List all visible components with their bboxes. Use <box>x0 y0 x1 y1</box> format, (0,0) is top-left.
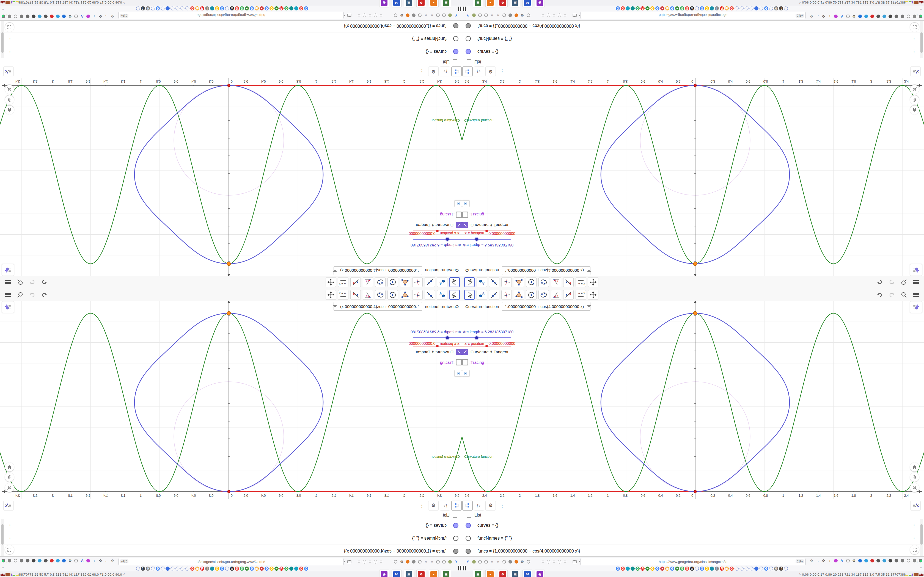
reload-icon[interactable]: ⟳ <box>98 558 103 563</box>
monitor-app-icon[interactable]: ▤ <box>510 0 520 7</box>
algebra-scrollbar[interactable] <box>920 519 923 556</box>
floppy-app-icon[interactable]: 64 <box>522 0 532 7</box>
circle-icon[interactable] <box>471 559 476 564</box>
yandex-favicon[interactable]: Я <box>200 6 204 11</box>
folder-icon[interactable] <box>347 13 352 18</box>
tool-polygon[interactable] <box>514 290 524 300</box>
info-favicon[interactable]: i <box>715 567 719 571</box>
redo-arc-icon[interactable]: ∩ <box>496 13 501 18</box>
site-favicon[interactable] <box>769 6 773 11</box>
yandex-favicon[interactable]: Я <box>720 6 724 11</box>
geogebra-favicon[interactable]: ∿ <box>645 6 649 11</box>
record-icon[interactable] <box>869 14 874 19</box>
curvature-tangent-checkbox[interactable]: ✓ <box>456 222 462 228</box>
globe-icon[interactable] <box>436 13 441 18</box>
google-favicon[interactable]: G <box>240 567 244 571</box>
redo-arc-icon[interactable]: ∩ <box>489 559 494 564</box>
search-icon[interactable] <box>16 278 24 287</box>
algebra-scrollbar[interactable] <box>1 519 4 556</box>
site-favicon[interactable] <box>735 6 739 11</box>
swirl-favicon[interactable] <box>710 567 714 571</box>
gear-favicon[interactable]: ⚙ <box>774 6 778 11</box>
zoom-in-button[interactable] <box>910 472 919 482</box>
tool-line[interactable] <box>489 290 499 300</box>
trash-icon[interactable] <box>44 558 48 563</box>
google-favicon[interactable]: G <box>655 6 659 11</box>
oval-icon[interactable] <box>845 558 850 563</box>
row-more-icon[interactable]: ⋮ <box>8 536 12 541</box>
algebra-row[interactable]: funcs = {1.000000000000 + cos(4.00000000… <box>462 545 924 558</box>
paint-icon[interactable] <box>833 14 838 19</box>
tree-view-button[interactable] <box>451 67 462 77</box>
curvature-tangent-checkbox[interactable]: ✓ <box>462 222 468 228</box>
collapse-icon[interactable]: – <box>453 513 457 517</box>
dot-favicon[interactable] <box>626 567 630 571</box>
swirl-favicon[interactable] <box>710 6 714 11</box>
tree-view-button[interactable] <box>462 501 473 511</box>
gear-icon[interactable]: ⚙ <box>68 558 73 563</box>
firefox-icon[interactable] <box>405 13 410 18</box>
arc-length-slider-knob[interactable] <box>446 238 449 241</box>
dot-favicon[interactable] <box>631 6 635 11</box>
stylebar-more-icon[interactable]: ⋮ <box>500 503 505 509</box>
dot-favicon[interactable] <box>166 6 170 11</box>
zoom-level-badge[interactable]: 81% <box>120 559 128 563</box>
fullscreen-button[interactable] <box>910 23 919 32</box>
video-dl-icon[interactable] <box>864 14 869 19</box>
visibility-marble[interactable] <box>453 549 459 554</box>
collapse-chevron-icon[interactable]: ^ <box>2 566 4 570</box>
oval-icon[interactable] <box>74 558 79 563</box>
view-switcher-button[interactable] <box>3 67 14 77</box>
circle-icon[interactable] <box>471 13 476 18</box>
translate-icon[interactable]: A <box>839 558 844 563</box>
f-favicon[interactable]: f <box>779 567 783 571</box>
tool-point[interactable]: A <box>477 277 487 287</box>
oval-icon[interactable] <box>845 14 850 19</box>
tool-angle[interactable]: α <box>551 277 561 287</box>
redo-arc-icon[interactable]: ∩ <box>496 559 501 564</box>
yandex-favicon[interactable]: Я <box>279 6 284 11</box>
forward-icon[interactable]: → <box>815 558 820 563</box>
firefox-icon[interactable] <box>405 559 410 564</box>
google-favicon[interactable]: G <box>764 567 768 571</box>
tree-view-button[interactable] <box>451 501 462 511</box>
tool-perpendicular-line[interactable] <box>412 290 423 300</box>
image-favicon[interactable]: ▣ <box>665 6 669 11</box>
star-icon[interactable]: ☆ <box>809 558 814 563</box>
tool-slider[interactable]: a = 2 <box>338 290 349 300</box>
undo-icon[interactable] <box>40 278 48 287</box>
dot-favicon[interactable] <box>626 6 630 11</box>
wikipedia-favicon[interactable]: W <box>230 6 234 11</box>
google-favicon[interactable]: G <box>650 6 654 11</box>
zoom-out-button[interactable] <box>5 85 14 94</box>
firefox-icon[interactable] <box>514 13 519 18</box>
image-favicon[interactable]: ▣ <box>255 6 259 11</box>
row-more-icon[interactable]: ⋮ <box>8 523 12 528</box>
wrench-icon[interactable] <box>411 559 416 564</box>
party-icon[interactable]: Y <box>454 559 459 564</box>
download-icon[interactable]: ↓ <box>827 558 832 563</box>
site-favicon[interactable] <box>784 6 788 11</box>
menu-icon[interactable] <box>4 278 12 287</box>
site-favicon[interactable] <box>735 567 739 571</box>
overflow-kebab-icon[interactable]: ⋮ <box>5 14 9 18</box>
tool-move[interactable] <box>449 277 460 287</box>
globe-icon[interactable] <box>442 13 447 18</box>
google-favicon[interactable]: G <box>685 567 689 571</box>
graphics-stylebar-toggle[interactable] <box>910 264 922 276</box>
video-dl-icon[interactable] <box>55 558 60 563</box>
google-favicon[interactable]: G <box>190 6 194 11</box>
reload-icon[interactable]: ⟳ <box>821 558 826 563</box>
globe-icon[interactable] <box>417 13 422 18</box>
dot-favicon[interactable] <box>754 6 758 11</box>
swirl-favicon[interactable] <box>210 567 214 571</box>
globe-icon[interactable] <box>483 559 488 564</box>
site-favicon[interactable] <box>180 6 184 11</box>
home-button[interactable] <box>910 463 919 472</box>
tool-perpendicular-line[interactable] <box>501 277 512 287</box>
redo-arc-icon[interactable]: ∩ <box>489 13 494 18</box>
google-favicon[interactable]: G <box>250 6 254 11</box>
collapse-icon[interactable]: – <box>467 513 471 517</box>
tracing-checkbox[interactable] <box>456 359 462 366</box>
translate-icon[interactable]: A <box>839 14 844 19</box>
